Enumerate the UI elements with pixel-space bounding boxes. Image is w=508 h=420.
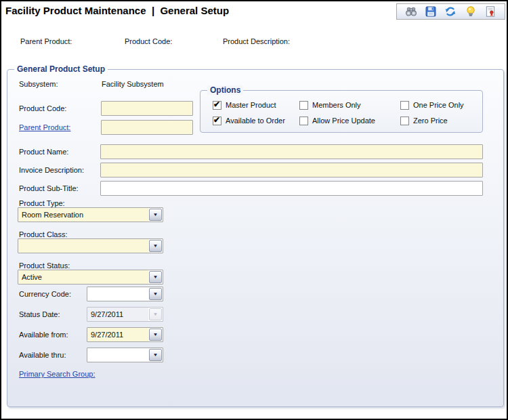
status-date-label: Status Date: — [19, 310, 60, 319]
product-type-value[interactable]: Room Reservation — [18, 208, 148, 222]
checkbox-label: Master Product — [226, 101, 276, 110]
options-legend: Options — [207, 85, 243, 95]
currency-code-combo[interactable]: ▼ — [87, 287, 163, 301]
checkbox-available-to-order[interactable]: Available to Order — [213, 117, 285, 125]
chevron-down-icon[interactable]: ▼ — [149, 240, 162, 252]
checkbox-master-product[interactable]: Master Product — [213, 101, 276, 110]
available-from-value[interactable]: 9/27/2011 — [87, 328, 148, 341]
product-type-combo[interactable]: Room Reservation ▼ — [18, 207, 163, 222]
parent-product-input[interactable] — [101, 120, 193, 135]
search-binoculars-icon[interactable] — [405, 5, 417, 18]
available-to-order-checkbox-icon[interactable] — [213, 117, 221, 125]
checkbox-allow-price-update[interactable]: Allow Price Update — [299, 117, 375, 125]
checkbox-label: Available to Order — [226, 117, 285, 125]
available-thru-combo[interactable]: ▼ — [87, 348, 163, 362]
primary-search-group-link[interactable]: Primary Search Group: — [19, 370, 95, 379]
zero-price-checkbox-icon[interactable] — [400, 117, 409, 125]
available-thru-label: Available thru: — [19, 351, 66, 360]
checkbox-one-price-only[interactable]: One Price Only — [400, 101, 464, 110]
checkbox-members-only[interactable]: Members Only — [299, 101, 361, 110]
checkbox-label: Allow Price Update — [312, 117, 375, 125]
product-subtitle-label: Product Sub-Title: — [19, 184, 79, 193]
checkbox-zero-price[interactable]: Zero Price — [400, 117, 448, 125]
chevron-down-icon[interactable]: ▼ — [149, 288, 162, 300]
one-price-only-checkbox-icon[interactable] — [400, 101, 409, 110]
general-product-setup-legend: General Product Setup — [14, 64, 108, 74]
chevron-down-icon[interactable]: ▼ — [149, 209, 162, 221]
subsystem-value: Facility Subsystem — [102, 80, 164, 89]
product-status-combo[interactable]: Active ▼ — [18, 270, 163, 285]
available-from-combo[interactable]: 9/27/2011 ▼ — [87, 327, 163, 342]
status-date-value: 9/27/2011 — [87, 308, 148, 321]
exit-document-icon[interactable] — [484, 5, 496, 18]
save-icon[interactable] — [425, 5, 437, 18]
checkbox-label: Zero Price — [413, 117, 448, 125]
product-class-combo[interactable]: ▼ — [18, 238, 163, 253]
product-name-label: Product Name: — [19, 148, 68, 156]
tip-lightbulb-icon[interactable] — [465, 5, 477, 18]
header-product-code-label: Product Code: — [125, 37, 172, 45]
window: Facility Product Maintenance | General S… — [0, 0, 508, 420]
parent-product-link[interactable]: Parent Product: — [19, 123, 70, 132]
checkbox-label: One Price Only — [413, 101, 464, 110]
chevron-down-icon[interactable]: ▼ — [149, 271, 162, 283]
available-thru-value[interactable] — [87, 348, 148, 362]
master-product-checkbox-icon[interactable] — [213, 101, 221, 110]
product-status-value[interactable]: Active — [18, 270, 148, 284]
header-parent-product-label: Parent Product: — [20, 37, 72, 45]
page-title: Facility Product Maintenance | General S… — [5, 5, 229, 16]
chevron-down-icon[interactable]: ▼ — [149, 329, 162, 341]
currency-code-value[interactable] — [87, 287, 148, 301]
product-name-input[interactable] — [100, 144, 483, 159]
checkbox-label: Members Only — [312, 101, 361, 110]
available-from-label: Available from: — [19, 331, 68, 339]
invoice-description-input[interactable] — [100, 163, 483, 177]
chevron-down-icon: ▼ — [149, 308, 162, 320]
product-class-value[interactable] — [18, 239, 148, 253]
refresh-icon[interactable] — [444, 5, 457, 18]
allow-price-update-checkbox-icon[interactable] — [299, 117, 308, 125]
product-code-input[interactable] — [101, 101, 193, 116]
options-group: Options Master Product Members Only One … — [200, 90, 483, 133]
members-only-checkbox-icon[interactable] — [299, 101, 308, 110]
subsystem-label: Subsystem: — [19, 80, 58, 89]
header-product-description-label: Product Description: — [223, 37, 290, 45]
currency-code-label: Currency Code: — [19, 290, 71, 299]
product-code-label: Product Code: — [19, 104, 66, 113]
product-subtitle-input[interactable] — [100, 181, 483, 196]
toolbar — [396, 3, 505, 20]
invoice-description-label: Invoice Description: — [19, 166, 84, 175]
status-date-combo: 9/27/2011 ▼ — [87, 307, 163, 322]
chevron-down-icon[interactable]: ▼ — [149, 349, 162, 361]
general-product-setup-group: General Product Setup Subsystem: Facilit… — [7, 69, 504, 407]
